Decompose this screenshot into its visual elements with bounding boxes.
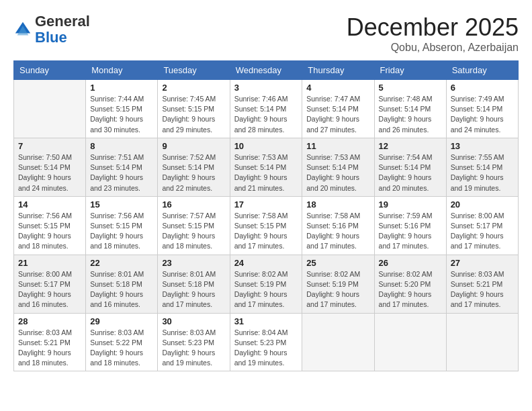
day-info: Sunrise: 8:03 AM Sunset: 5:21 PM Dayligh… [451, 269, 514, 310]
calendar-cell: 28Sunrise: 8:03 AM Sunset: 5:21 PM Dayli… [14, 313, 86, 371]
month-title: December 2025 [347, 13, 519, 42]
calendar-cell: 13Sunrise: 7:55 AM Sunset: 5:14 PM Dayli… [446, 138, 518, 196]
calendar-cell: 23Sunrise: 8:01 AM Sunset: 5:18 PM Dayli… [158, 255, 230, 313]
calendar-cell [302, 313, 374, 371]
calendar-cell: 11Sunrise: 7:53 AM Sunset: 5:14 PM Dayli… [302, 138, 374, 196]
location: Qobu, Abseron, Azerbaijan [347, 42, 519, 54]
day-info: Sunrise: 7:52 AM Sunset: 5:14 PM Dayligh… [162, 152, 225, 193]
calendar-cell [14, 80, 86, 138]
calendar-cell: 22Sunrise: 8:01 AM Sunset: 5:18 PM Dayli… [86, 255, 158, 313]
calendar-cell: 8Sunrise: 7:51 AM Sunset: 5:14 PM Daylig… [86, 138, 158, 196]
calendar-week-row: 7Sunrise: 7:50 AM Sunset: 5:14 PM Daylig… [14, 138, 519, 196]
day-info: Sunrise: 7:49 AM Sunset: 5:14 PM Dayligh… [451, 94, 514, 135]
calendar-table: SundayMondayTuesdayWednesdayThursdayFrid… [13, 60, 519, 371]
day-number: 29 [90, 316, 153, 326]
day-info: Sunrise: 7:53 AM Sunset: 5:14 PM Dayligh… [306, 152, 369, 193]
calendar-cell: 2Sunrise: 7:45 AM Sunset: 5:15 PM Daylig… [158, 80, 230, 138]
day-number: 3 [234, 83, 298, 93]
day-info: Sunrise: 7:58 AM Sunset: 5:15 PM Dayligh… [234, 211, 298, 252]
day-number: 21 [18, 258, 81, 268]
day-info: Sunrise: 8:03 AM Sunset: 5:22 PM Dayligh… [90, 328, 153, 369]
calendar-cell: 30Sunrise: 8:03 AM Sunset: 5:23 PM Dayli… [158, 313, 230, 371]
day-info: Sunrise: 7:51 AM Sunset: 5:14 PM Dayligh… [90, 152, 153, 193]
day-number: 7 [18, 141, 81, 151]
calendar-cell: 4Sunrise: 7:47 AM Sunset: 5:14 PM Daylig… [302, 80, 374, 138]
day-number: 31 [234, 316, 298, 326]
calendar-cell: 27Sunrise: 8:03 AM Sunset: 5:21 PM Dayli… [446, 255, 518, 313]
calendar-cell: 12Sunrise: 7:54 AM Sunset: 5:14 PM Dayli… [374, 138, 446, 196]
calendar-cell: 26Sunrise: 8:02 AM Sunset: 5:20 PM Dayli… [374, 255, 446, 313]
day-number: 15 [90, 199, 153, 210]
calendar-week-row: 21Sunrise: 8:00 AM Sunset: 5:17 PM Dayli… [14, 255, 519, 313]
weekday-header-row: SundayMondayTuesdayWednesdayThursdayFrid… [14, 61, 519, 80]
day-info: Sunrise: 8:01 AM Sunset: 5:18 PM Dayligh… [90, 269, 153, 310]
day-number: 19 [379, 199, 442, 210]
day-info: Sunrise: 7:50 AM Sunset: 5:14 PM Dayligh… [18, 152, 81, 193]
day-number: 10 [234, 141, 298, 151]
day-info: Sunrise: 7:59 AM Sunset: 5:16 PM Dayligh… [379, 211, 442, 252]
weekday-header-tuesday: Tuesday [158, 61, 230, 80]
day-number: 13 [451, 141, 514, 151]
calendar-week-row: 14Sunrise: 7:56 AM Sunset: 5:15 PM Dayli… [14, 196, 519, 255]
day-info: Sunrise: 7:44 AM Sunset: 5:15 PM Dayligh… [90, 94, 153, 135]
day-number: 28 [18, 316, 81, 326]
calendar-cell: 18Sunrise: 7:58 AM Sunset: 5:16 PM Dayli… [302, 196, 374, 255]
calendar-cell: 10Sunrise: 7:53 AM Sunset: 5:14 PM Dayli… [230, 138, 302, 196]
day-info: Sunrise: 7:45 AM Sunset: 5:15 PM Dayligh… [162, 94, 225, 135]
calendar-cell: 1Sunrise: 7:44 AM Sunset: 5:15 PM Daylig… [86, 80, 158, 138]
weekday-header-saturday: Saturday [446, 61, 518, 80]
day-info: Sunrise: 7:48 AM Sunset: 5:14 PM Dayligh… [379, 94, 442, 135]
day-number: 23 [162, 258, 225, 268]
day-number: 4 [306, 83, 369, 93]
calendar-cell: 31Sunrise: 8:04 AM Sunset: 5:23 PM Dayli… [230, 313, 302, 371]
day-info: Sunrise: 7:54 AM Sunset: 5:14 PM Dayligh… [379, 152, 442, 193]
day-number: 9 [162, 141, 225, 151]
day-info: Sunrise: 8:03 AM Sunset: 5:21 PM Dayligh… [18, 328, 81, 369]
day-number: 24 [234, 258, 298, 268]
calendar-cell: 14Sunrise: 7:56 AM Sunset: 5:15 PM Dayli… [14, 196, 86, 255]
day-number: 27 [451, 258, 514, 268]
day-number: 17 [234, 199, 298, 210]
weekday-header-sunday: Sunday [14, 61, 86, 80]
title-block: December 2025 Qobu, Abseron, Azerbaijan [347, 13, 519, 54]
calendar-cell [374, 313, 446, 371]
day-info: Sunrise: 8:00 AM Sunset: 5:17 PM Dayligh… [451, 211, 514, 252]
weekday-header-monday: Monday [86, 61, 158, 80]
calendar-cell: 3Sunrise: 7:46 AM Sunset: 5:14 PM Daylig… [230, 80, 302, 138]
day-info: Sunrise: 7:56 AM Sunset: 5:15 PM Dayligh… [18, 211, 81, 252]
day-info: Sunrise: 7:57 AM Sunset: 5:15 PM Dayligh… [162, 211, 225, 252]
day-info: Sunrise: 8:01 AM Sunset: 5:18 PM Dayligh… [162, 269, 225, 310]
day-number: 30 [162, 316, 225, 326]
day-info: Sunrise: 7:58 AM Sunset: 5:16 PM Dayligh… [306, 211, 369, 252]
calendar-cell: 6Sunrise: 7:49 AM Sunset: 5:14 PM Daylig… [446, 80, 518, 138]
weekday-header-wednesday: Wednesday [230, 61, 302, 80]
day-number: 11 [306, 141, 369, 151]
day-number: 12 [379, 141, 442, 151]
day-info: Sunrise: 7:55 AM Sunset: 5:14 PM Dayligh… [451, 152, 514, 193]
day-number: 18 [306, 199, 369, 210]
day-info: Sunrise: 8:03 AM Sunset: 5:23 PM Dayligh… [162, 328, 225, 369]
calendar-cell: 9Sunrise: 7:52 AM Sunset: 5:14 PM Daylig… [158, 138, 230, 196]
calendar-cell: 19Sunrise: 7:59 AM Sunset: 5:16 PM Dayli… [374, 196, 446, 255]
calendar-cell: 25Sunrise: 8:02 AM Sunset: 5:19 PM Dayli… [302, 255, 374, 313]
calendar-cell: 24Sunrise: 8:02 AM Sunset: 5:19 PM Dayli… [230, 255, 302, 313]
day-info: Sunrise: 8:02 AM Sunset: 5:19 PM Dayligh… [306, 269, 369, 310]
weekday-header-friday: Friday [374, 61, 446, 80]
day-number: 5 [379, 83, 442, 93]
day-info: Sunrise: 7:56 AM Sunset: 5:15 PM Dayligh… [90, 211, 153, 252]
day-number: 22 [90, 258, 153, 268]
day-info: Sunrise: 8:00 AM Sunset: 5:17 PM Dayligh… [18, 269, 81, 310]
day-number: 1 [90, 83, 153, 93]
page-header: General Blue December 2025 Qobu, Abseron… [13, 13, 519, 54]
calendar-cell: 5Sunrise: 7:48 AM Sunset: 5:14 PM Daylig… [374, 80, 446, 138]
day-number: 8 [90, 141, 153, 151]
calendar-cell: 16Sunrise: 7:57 AM Sunset: 5:15 PM Dayli… [158, 196, 230, 255]
calendar-cell: 21Sunrise: 8:00 AM Sunset: 5:17 PM Dayli… [14, 255, 86, 313]
day-info: Sunrise: 8:02 AM Sunset: 5:19 PM Dayligh… [234, 269, 298, 310]
day-number: 16 [162, 199, 225, 210]
calendar-cell: 29Sunrise: 8:03 AM Sunset: 5:22 PM Dayli… [86, 313, 158, 371]
day-info: Sunrise: 7:53 AM Sunset: 5:14 PM Dayligh… [234, 152, 298, 193]
day-info: Sunrise: 8:04 AM Sunset: 5:23 PM Dayligh… [234, 328, 298, 369]
day-info: Sunrise: 7:47 AM Sunset: 5:14 PM Dayligh… [306, 94, 369, 135]
day-number: 25 [306, 258, 369, 268]
